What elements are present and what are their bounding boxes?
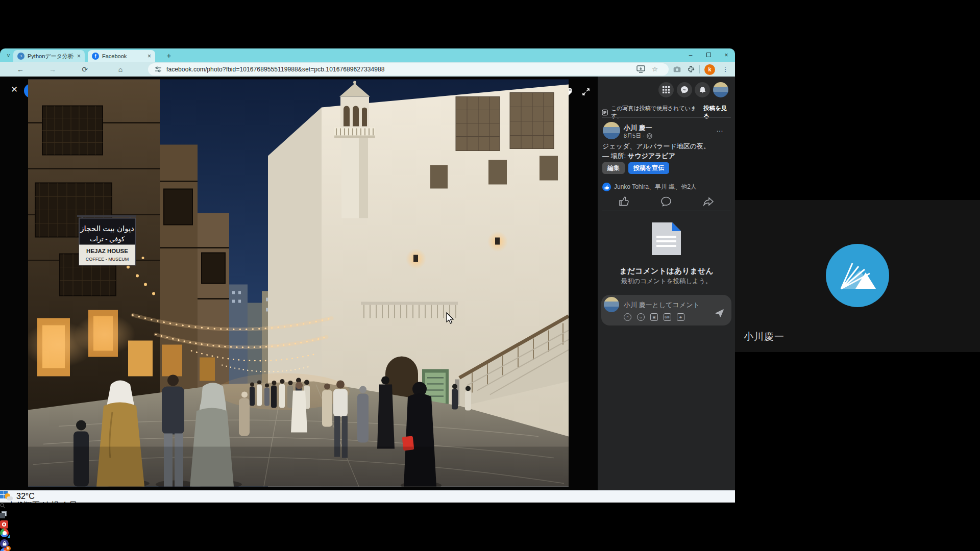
post-author-name[interactable]: 小川 慶一 <box>624 123 652 133</box>
bookmark-star-icon[interactable]: ☆ <box>650 64 659 73</box>
comment-placeholder[interactable]: 小川 慶一としてコメント <box>624 300 700 310</box>
tab1-title: Pythonデータ分析ゼミ本科生 ポー <box>28 53 74 60</box>
post-menu-icon[interactable]: … <box>716 125 724 133</box>
chrome-profile2-button[interactable] <box>0 529 735 539</box>
participant-name: 小川慶一 <box>744 330 785 343</box>
back-icon[interactable]: ← <box>15 64 26 75</box>
boost-post-button[interactable]: 投稿を宣伝 <box>628 162 669 174</box>
share-button-icon[interactable] <box>702 195 715 208</box>
post-author-avatar[interactable] <box>603 122 620 139</box>
gif-icon[interactable]: GIF <box>664 313 671 321</box>
windows-taskbar: 32°C 晴れのちくもり 大谷翔平 速報 今日 <box>0 490 735 503</box>
photo-vignette <box>28 447 569 487</box>
tab2-favicon: f <box>92 53 99 60</box>
post-location-name[interactable]: サウジアラビア <box>628 152 675 160</box>
address-bar[interactable]: facebook.com/photo?fbid=1016768955511998… <box>148 63 669 76</box>
edit-button[interactable]: 編集 <box>602 162 625 174</box>
no-comments-doc-icon <box>652 222 681 255</box>
browser-menu-icon[interactable]: ⋮ <box>721 64 729 75</box>
sign-english-1: HEJAZ HOUSE <box>86 248 128 254</box>
composer-icons: ᴖ ᴗ ▣ GIF ☻ <box>624 313 684 321</box>
post-date: 8月5日 · <box>624 132 652 140</box>
photo-hejaz-sign: ديوان بيت الحجاز كوفي - تراث HEJAZ HOUSE… <box>77 216 136 265</box>
lock-app-button[interactable] <box>0 539 735 548</box>
sign-arabic-2: كوفي - تراث <box>90 235 125 243</box>
comment-composer[interactable]: 小川 慶一としてコメント ᴖ ᴗ ▣ GIF ☻ <box>601 295 731 325</box>
minimize-button[interactable]: – <box>683 49 698 61</box>
close-window-button[interactable]: × <box>719 49 734 61</box>
tab2-title: Facebook <box>102 53 127 59</box>
chrome-active-button[interactable]: k <box>0 548 735 551</box>
divider <box>602 211 731 211</box>
close-photo-icon[interactable]: ✕ <box>9 85 19 95</box>
like-button-icon[interactable] <box>618 195 630 208</box>
account-avatar[interactable] <box>713 82 728 97</box>
fullscreen-icon[interactable] <box>579 85 593 99</box>
reactions-row[interactable]: Junko Tohira、早川 織、他2人 <box>602 183 697 191</box>
tab1-favicon: ◔ <box>17 53 24 60</box>
attach-photo-icon[interactable]: ▣ <box>650 313 658 321</box>
tab-search-icon[interactable]: v <box>4 52 13 60</box>
send-comment-icon[interactable] <box>715 309 724 317</box>
emoji-icon[interactable]: ᴗ <box>637 313 645 321</box>
post-text: ジェッダ、アルバラード地区の夜。 <box>602 142 731 151</box>
apps-grid-icon[interactable] <box>658 82 674 97</box>
post-location-prefix: — 場所: <box>602 152 628 160</box>
forward-icon[interactable]: → <box>47 64 58 75</box>
meeting-participant-tile: 小川慶一 <box>735 200 980 352</box>
tab-python-seminar[interactable]: ◔ Pythonデータ分析ゼミ本科生 ポー × <box>13 50 85 62</box>
weather-desc: 晴れのちくもり <box>16 501 75 512</box>
post-panel: この写真は投稿で使用されています。 投稿を見る 小川 慶一 8月5日 · … ジ… <box>598 77 735 503</box>
task-view-button[interactable] <box>0 511 735 520</box>
no-comments-subtitle: 最初のコメントを投稿しよう。 <box>598 277 735 286</box>
red-app-button[interactable] <box>0 520 735 529</box>
messenger-icon[interactable] <box>677 82 692 97</box>
browser-toolbar: ← → ⟳ ⌂ facebook.com/photo?fbid=10167689… <box>0 62 735 77</box>
mouse-cursor <box>446 312 455 324</box>
tab-strip: v ◔ Pythonデータ分析ゼミ本科生 ポー × f Facebook × +… <box>0 48 735 62</box>
notifications-bell-icon[interactable] <box>695 82 710 97</box>
site-info-icon[interactable] <box>154 65 162 73</box>
extensions-puzzle-icon[interactable] <box>686 65 695 74</box>
tab2-close-icon[interactable]: × <box>148 53 151 59</box>
photo-stage: ✕ f <box>0 77 598 503</box>
weather-icon <box>4 493 13 502</box>
post-date-text: 8月5日 · <box>624 132 645 140</box>
like-reaction-icon <box>602 183 611 191</box>
reactions-names: Junko Tohira、早川 織、他2人 <box>614 183 697 191</box>
start-button[interactable] <box>0 491 735 500</box>
toolbar-separator <box>699 65 700 73</box>
new-tab-button[interactable]: + <box>164 51 174 60</box>
photo-jeddah-street[interactable]: ديوان بيت الحجاز كوفي - تراث HEJAZ HOUSE… <box>28 79 569 487</box>
home-icon[interactable]: ⌂ <box>115 64 126 75</box>
weather-temp: 32°C <box>16 492 75 501</box>
post-actions <box>598 195 735 208</box>
taskbar-search[interactable]: 大谷翔平 速報 今日 <box>0 500 735 511</box>
browser-profile-avatar[interactable]: k <box>704 64 715 75</box>
avatar-sticker-icon[interactable]: ᴖ <box>624 313 631 321</box>
participant-logo <box>826 244 889 307</box>
globe-privacy-icon <box>647 133 652 139</box>
sticker-icon[interactable]: ☻ <box>677 313 684 321</box>
comment-button-icon[interactable] <box>660 195 672 208</box>
install-icon[interactable] <box>636 65 645 73</box>
restore-button[interactable] <box>701 49 716 61</box>
screen: v ◔ Pythonデータ分析ゼミ本科生 ポー × f Facebook × +… <box>0 0 980 551</box>
taskbar-weather-widget[interactable]: 32°C 晴れのちくもり <box>4 492 75 512</box>
sign-arabic-1: ديوان بيت الحجاز <box>80 224 134 233</box>
restore-icon <box>706 53 711 57</box>
no-comments-title: まだコメントはありません <box>598 266 735 276</box>
reload-icon[interactable]: ⟳ <box>79 64 90 75</box>
sign-english-2: COFFEE - MUSEUM <box>86 257 129 262</box>
tab-facebook[interactable]: f Facebook × <box>88 50 155 62</box>
divider <box>602 117 731 118</box>
post-doc-icon <box>602 109 608 116</box>
url-text: facebook.com/photo?fbid=1016768955511998… <box>166 66 385 73</box>
chrome-window: v ◔ Pythonデータ分析ゼミ本科生 ポー × f Facebook × +… <box>0 48 735 503</box>
chrome-profile-badge: k <box>6 546 11 551</box>
tab1-close-icon[interactable]: × <box>77 53 81 59</box>
composer-avatar <box>604 297 619 312</box>
camera-extension-icon[interactable] <box>672 65 681 74</box>
post-location: — 場所: サウジアラビア <box>602 152 731 161</box>
facebook-photo-viewer: ✕ f <box>0 77 735 503</box>
